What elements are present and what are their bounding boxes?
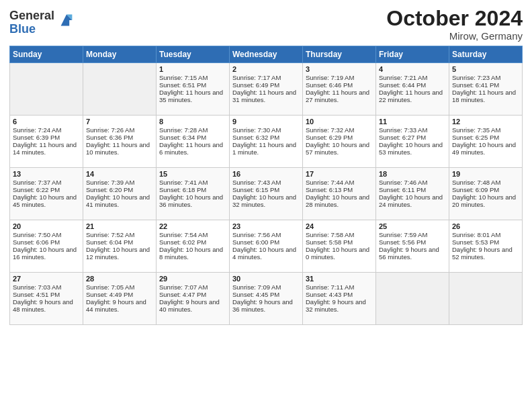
header-cell-wednesday: Wednesday	[230, 46, 303, 63]
day-cell: 19Sunrise: 7:48 AMSunset: 6:09 PMDayligh…	[449, 168, 523, 220]
sunset: Sunset: 6:51 PM	[159, 81, 226, 89]
day-cell: 8Sunrise: 7:28 AMSunset: 6:34 PMDaylight…	[157, 116, 230, 168]
daylight: Daylight: 11 hours and 14 minutes.	[13, 141, 80, 156]
logo-icon	[57, 11, 76, 30]
sunset: Sunset: 6:02 PM	[159, 238, 226, 246]
sunset: Sunset: 6:18 PM	[159, 186, 226, 193]
day-number: 12	[452, 118, 519, 126]
logo-blue: Blue	[9, 23, 54, 36]
sunrise: Sunrise: 7:07 AM	[159, 283, 226, 291]
sunset: Sunset: 6:41 PM	[452, 81, 519, 89]
day-number: 13	[13, 170, 80, 178]
sunrise: Sunrise: 7:05 AM	[86, 283, 153, 291]
daylight: Daylight: 10 hours and 41 minutes.	[86, 193, 153, 208]
sunset: Sunset: 6:09 PM	[452, 186, 519, 193]
sunrise: Sunrise: 7:15 AM	[159, 74, 226, 81]
daylight: Daylight: 10 hours and 32 minutes.	[232, 193, 300, 208]
day-number: 7	[86, 118, 153, 126]
title-area: October 2024 Mirow, Germany	[386, 7, 523, 42]
day-cell: 15Sunrise: 7:41 AMSunset: 6:18 PMDayligh…	[157, 168, 230, 220]
day-cell: 4Sunrise: 7:21 AMSunset: 6:44 PMDaylight…	[376, 63, 449, 116]
day-cell: 16Sunrise: 7:43 AMSunset: 6:15 PMDayligh…	[230, 168, 303, 220]
day-cell: 14Sunrise: 7:39 AMSunset: 6:20 PMDayligh…	[83, 168, 157, 220]
sunrise: Sunrise: 7:46 AM	[379, 179, 446, 186]
daylight: Daylight: 10 hours and 12 minutes.	[86, 246, 153, 261]
day-number: 16	[232, 170, 300, 178]
sunset: Sunset: 6:34 PM	[159, 134, 226, 141]
sunrise: Sunrise: 7:32 AM	[306, 126, 373, 134]
day-cell: 5Sunrise: 7:23 AMSunset: 6:41 PMDaylight…	[449, 63, 523, 116]
daylight: Daylight: 11 hours and 22 minutes.	[379, 89, 446, 103]
location: Mirow, Germany	[386, 30, 523, 42]
day-cell: 30Sunrise: 7:09 AMSunset: 4:45 PMDayligh…	[230, 273, 303, 325]
header-cell-monday: Monday	[83, 46, 157, 63]
day-cell: 13Sunrise: 7:37 AMSunset: 6:22 PMDayligh…	[10, 168, 83, 220]
header-cell-saturday: Saturday	[449, 46, 523, 63]
header: General Blue October 2024 Mirow, Germany	[9, 7, 523, 42]
sunrise: Sunrise: 7:19 AM	[306, 74, 373, 81]
daylight: Daylight: 10 hours and 53 minutes.	[379, 141, 446, 156]
day-cell: 31Sunrise: 7:11 AMSunset: 4:43 PMDayligh…	[303, 273, 376, 325]
day-cell: 26Sunrise: 8:01 AMSunset: 5:53 PMDayligh…	[449, 220, 523, 273]
sunset: Sunset: 6:13 PM	[306, 186, 373, 193]
logo-general: General	[9, 9, 54, 23]
day-cell: 20Sunrise: 7:50 AMSunset: 6:06 PMDayligh…	[10, 220, 83, 273]
day-number: 14	[86, 170, 153, 178]
day-number: 15	[159, 170, 226, 178]
sunrise: Sunrise: 7:26 AM	[86, 126, 153, 134]
daylight: Daylight: 10 hours and 36 minutes.	[159, 193, 226, 208]
day-number: 23	[232, 222, 300, 230]
sunrise: Sunrise: 7:56 AM	[232, 231, 300, 238]
day-number: 11	[379, 118, 446, 126]
sunset: Sunset: 5:58 PM	[306, 238, 373, 246]
sunset: Sunset: 6:36 PM	[86, 134, 153, 141]
daylight: Daylight: 11 hours and 6 minutes.	[159, 141, 226, 156]
day-cell: 21Sunrise: 7:52 AMSunset: 6:04 PMDayligh…	[83, 220, 157, 273]
day-cell: 12Sunrise: 7:35 AMSunset: 6:25 PMDayligh…	[449, 116, 523, 168]
daylight: Daylight: 10 hours and 20 minutes.	[452, 193, 519, 208]
logo-text: General Blue	[9, 9, 54, 36]
daylight: Daylight: 10 hours and 4 minutes.	[232, 246, 300, 261]
sunrise: Sunrise: 7:33 AM	[379, 126, 446, 134]
page: General Blue October 2024 Mirow, Germany…	[0, 0, 532, 411]
daylight: Daylight: 11 hours and 1 minute.	[232, 141, 300, 156]
day-number: 19	[452, 170, 519, 178]
day-number: 2	[232, 65, 300, 73]
daylight: Daylight: 10 hours and 16 minutes.	[13, 246, 80, 261]
week-row-2: 6Sunrise: 7:24 AMSunset: 6:39 PMDaylight…	[10, 116, 523, 168]
calendar-table: SundayMondayTuesdayWednesdayThursdayFrid…	[9, 46, 523, 325]
sunset: Sunset: 6:39 PM	[13, 134, 80, 141]
week-row-5: 27Sunrise: 7:03 AMSunset: 4:51 PMDayligh…	[10, 273, 523, 325]
sunset: Sunset: 4:49 PM	[86, 291, 153, 298]
day-cell: 3Sunrise: 7:19 AMSunset: 6:46 PMDaylight…	[303, 63, 376, 116]
day-number: 18	[379, 170, 446, 178]
day-cell: 22Sunrise: 7:54 AMSunset: 6:02 PMDayligh…	[157, 220, 230, 273]
daylight: Daylight: 10 hours and 0 minutes.	[306, 246, 373, 261]
day-cell: 17Sunrise: 7:44 AMSunset: 6:13 PMDayligh…	[303, 168, 376, 220]
sunrise: Sunrise: 7:59 AM	[379, 231, 446, 238]
day-cell: 27Sunrise: 7:03 AMSunset: 4:51 PMDayligh…	[10, 273, 83, 325]
week-row-1: 1Sunrise: 7:15 AMSunset: 6:51 PMDaylight…	[10, 63, 523, 116]
sunrise: Sunrise: 7:58 AM	[306, 231, 373, 238]
day-number: 9	[232, 118, 300, 126]
sunrise: Sunrise: 7:52 AM	[86, 231, 153, 238]
day-cell	[449, 273, 523, 325]
day-cell	[376, 273, 449, 325]
calendar-body: 1Sunrise: 7:15 AMSunset: 6:51 PMDaylight…	[10, 63, 523, 325]
sunrise: Sunrise: 7:44 AM	[306, 179, 373, 186]
week-row-3: 13Sunrise: 7:37 AMSunset: 6:22 PMDayligh…	[10, 168, 523, 220]
day-cell: 29Sunrise: 7:07 AMSunset: 4:47 PMDayligh…	[157, 273, 230, 325]
sunset: Sunset: 6:06 PM	[13, 238, 80, 246]
day-number: 3	[306, 65, 373, 73]
day-number: 31	[306, 275, 373, 283]
sunrise: Sunrise: 7:48 AM	[452, 179, 519, 186]
daylight: Daylight: 11 hours and 18 minutes.	[452, 89, 519, 103]
logo: General Blue	[9, 9, 76, 36]
sunset: Sunset: 4:43 PM	[306, 291, 373, 298]
day-number: 5	[452, 65, 519, 73]
daylight: Daylight: 9 hours and 40 minutes.	[159, 298, 226, 313]
sunrise: Sunrise: 7:24 AM	[13, 126, 80, 134]
sunrise: Sunrise: 7:30 AM	[232, 126, 300, 134]
daylight: Daylight: 10 hours and 8 minutes.	[159, 246, 226, 261]
daylight: Daylight: 9 hours and 48 minutes.	[13, 298, 80, 313]
